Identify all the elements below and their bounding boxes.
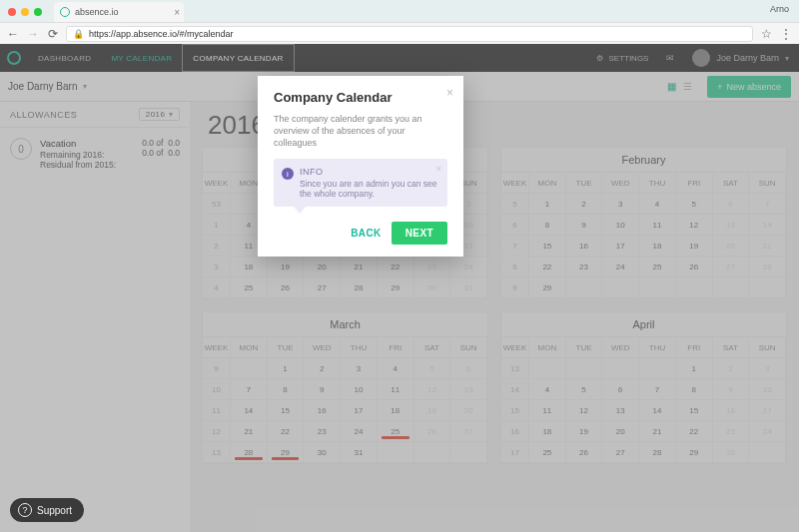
address-bar[interactable]: 🔒 https://app.absence.io/#/mycalendar <box>66 26 753 42</box>
support-widget[interactable]: ? Support <box>10 498 84 522</box>
onboarding-modal: × Company Calendar The company calender … <box>258 76 463 257</box>
favicon <box>60 7 70 17</box>
window-controls[interactable] <box>8 8 42 16</box>
reload-icon[interactable]: ⟳ <box>46 27 60 41</box>
tab-close-icon[interactable]: × <box>174 7 180 18</box>
next-button[interactable]: NEXT <box>392 222 447 245</box>
modal-title: Company Calendar <box>274 90 447 105</box>
close-icon[interactable]: × <box>446 86 453 100</box>
tab-title: absence.io <box>75 7 119 17</box>
back-icon[interactable]: ← <box>6 27 20 41</box>
browser-tab[interactable]: absence.io × <box>54 2 184 22</box>
browser-profile[interactable]: Arno <box>770 4 789 14</box>
star-icon[interactable]: ☆ <box>759 27 773 41</box>
info-close-icon[interactable]: × <box>436 164 441 174</box>
help-icon: ? <box>18 503 32 517</box>
info-icon: i <box>282 168 294 180</box>
back-button[interactable]: BACK <box>351 228 382 239</box>
info-box: i INFO Since you are an admin you can se… <box>274 159 447 207</box>
lock-icon: 🔒 <box>73 29 84 39</box>
forward-icon: → <box>26 27 40 41</box>
url-text: https://app.absence.io/#/mycalendar <box>89 29 234 39</box>
menu-icon[interactable]: ⋮ <box>779 27 793 41</box>
modal-desc: The company calender grants you an overv… <box>274 113 447 149</box>
